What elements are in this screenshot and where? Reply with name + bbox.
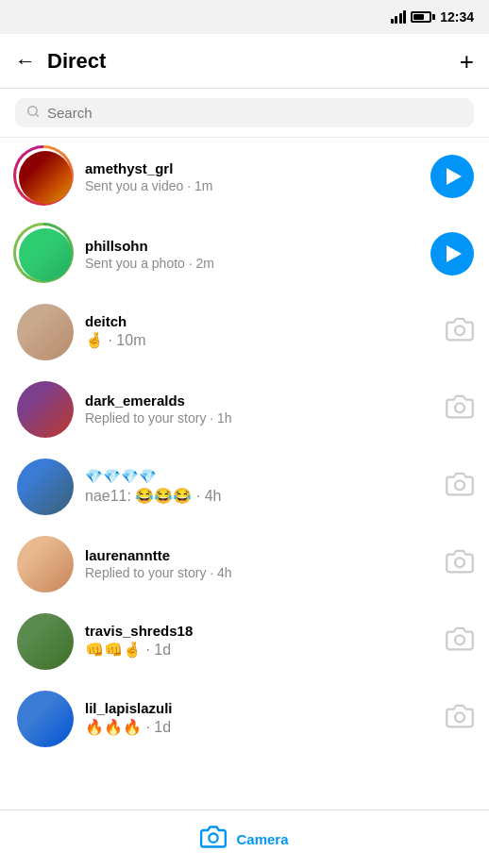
search-icon (26, 105, 40, 121)
avatar (15, 379, 74, 438)
svg-point-4 (455, 480, 464, 490)
svg-point-7 (455, 712, 464, 722)
message-content: travis_shreds18 👊👊🤞 · 1d (85, 623, 434, 659)
header: ← Direct + (0, 34, 489, 89)
username: 💎💎💎💎 (85, 468, 434, 485)
svg-point-3 (455, 403, 464, 412)
list-item[interactable]: phillsohn Sent you a photo · 2m (0, 215, 489, 292)
message-preview: Sent you a video · 1m (85, 178, 419, 193)
username: lil_lapislazuli (85, 700, 434, 716)
avatar (15, 302, 74, 360)
list-item[interactable]: amethyst_grl Sent you a video · 1m (0, 138, 489, 215)
search-input-wrap[interactable] (15, 98, 474, 127)
message-content: lil_lapislazuli 🔥🔥🔥 · 1d (85, 700, 434, 736)
svg-point-5 (455, 558, 464, 567)
avatar (15, 147, 74, 206)
list-item[interactable]: dark_emeralds Replied to your story · 1h (0, 370, 489, 447)
list-item[interactable]: laurenanntte Replied to your story · 4h (0, 525, 489, 602)
camera-button[interactable] (446, 315, 474, 347)
search-input[interactable] (47, 105, 463, 121)
avatar (15, 534, 74, 593)
bottom-camera-bar[interactable]: Camera (0, 810, 489, 868)
play-button[interactable] (430, 232, 474, 275)
username: dark_emeralds (85, 392, 434, 409)
avatar (15, 457, 74, 515)
svg-point-8 (210, 833, 218, 842)
username: travis_shreds18 (85, 623, 434, 639)
list-item[interactable]: 💎💎💎💎 nae11: 😂😂😂 · 4h (0, 447, 489, 525)
new-message-button[interactable]: + (460, 49, 474, 74)
camera-label: Camera (236, 831, 288, 847)
svg-point-2 (455, 326, 464, 335)
message-content: laurenanntte Replied to your story · 4h (85, 547, 434, 580)
list-item[interactable]: travis_shreds18 👊👊🤞 · 1d (0, 602, 489, 679)
username: deitch (85, 313, 434, 329)
signal-icon (391, 10, 407, 24)
message-content: 💎💎💎💎 nae11: 😂😂😂 · 4h (85, 468, 434, 505)
message-content: dark_emeralds Replied to your story · 1h (85, 392, 434, 426)
status-icons: 12:34 (391, 9, 474, 25)
camera-icon (200, 824, 227, 856)
search-bar (0, 89, 489, 138)
avatar (15, 225, 74, 283)
list-item[interactable]: deitch 🤞 · 10m (0, 292, 489, 370)
page-title: Direct (47, 49, 106, 74)
svg-point-6 (455, 635, 464, 644)
message-content: phillsohn Sent you a photo · 2m (85, 238, 419, 271)
username: phillsohn (85, 238, 419, 254)
header-left: ← Direct (15, 49, 106, 74)
svg-line-1 (36, 114, 39, 117)
message-preview: 🤞 · 10m (85, 331, 434, 349)
message-preview: Replied to your story · 1h (85, 410, 434, 426)
username: amethyst_grl (85, 160, 419, 176)
message-content: deitch 🤞 · 10m (85, 313, 434, 349)
camera-button[interactable] (446, 547, 474, 579)
camera-button[interactable] (446, 702, 474, 734)
status-time: 12:34 (440, 9, 474, 25)
battery-icon (411, 11, 435, 23)
back-button[interactable]: ← (15, 49, 36, 74)
message-preview: Replied to your story · 4h (85, 565, 434, 580)
message-preview: 🔥🔥🔥 · 1d (85, 718, 434, 736)
message-list: amethyst_grl Sent you a video · 1m phill… (0, 138, 489, 808)
message-preview: 👊👊🤞 · 1d (85, 641, 434, 659)
avatar (15, 689, 74, 747)
status-bar: 12:34 (0, 0, 489, 34)
username: laurenanntte (85, 547, 434, 563)
message-preview: nae11: 😂😂😂 · 4h (85, 487, 434, 505)
camera-button[interactable] (446, 392, 474, 425)
camera-button[interactable] (446, 625, 474, 657)
list-item[interactable]: lil_lapislazuli 🔥🔥🔥 · 1d (0, 679, 489, 757)
play-button[interactable] (430, 155, 474, 198)
camera-button[interactable] (446, 470, 474, 502)
message-preview: Sent you a photo · 2m (85, 256, 419, 271)
avatar (15, 611, 74, 670)
message-content: amethyst_grl Sent you a video · 1m (85, 160, 419, 193)
